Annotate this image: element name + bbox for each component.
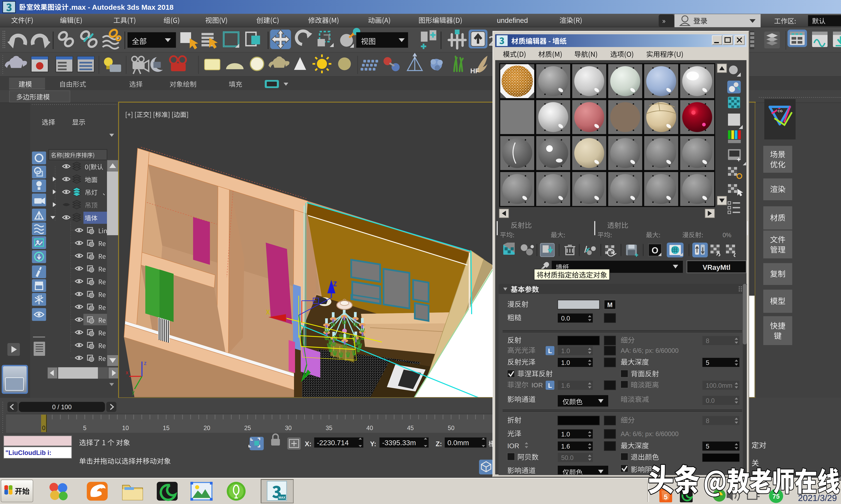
svg-text:5: 5 [664, 493, 668, 501]
svg-text:0.0: 0.0 [561, 315, 570, 322]
svg-text:45: 45 [407, 425, 414, 431]
svg-text:MAX: MAX [278, 496, 285, 499]
svg-text:-2230.714: -2230.714 [317, 439, 349, 447]
svg-text:1.6: 1.6 [561, 443, 570, 450]
svg-text:40: 40 [366, 425, 373, 431]
svg-text:25: 25 [244, 425, 251, 431]
svg-text:IOR: IOR [507, 442, 519, 450]
svg-text:5: 5 [706, 359, 709, 366]
svg-text:X:: X: [305, 440, 311, 448]
svg-text:AA: 6/6; px: 6/60000: AA: 6/6; px: 6/60000 [621, 347, 679, 354]
svg-text:AA: 6/6; px: 6/60000: AA: 6/6; px: 6/60000 [621, 430, 679, 437]
svg-text:L: L [548, 382, 552, 389]
svg-text:5: 5 [83, 425, 86, 431]
svg-text:Z:: Z: [436, 440, 442, 448]
svg-text:0: 0 [42, 425, 46, 431]
svg-text:8: 8 [706, 337, 709, 344]
svg-text:M: M [607, 301, 613, 308]
svg-text:10: 10 [122, 425, 129, 431]
svg-text:CG: CG [777, 109, 783, 113]
svg-text:50.0: 50.0 [561, 454, 573, 461]
svg-text:L: L [548, 347, 552, 355]
svg-text:O: O [652, 246, 658, 255]
svg-text:IOR: IOR [532, 382, 543, 389]
svg-text:1.0: 1.0 [561, 431, 570, 438]
svg-text:1.0: 1.0 [561, 347, 570, 355]
svg-text:VRayMtl: VRayMtl [703, 264, 731, 271]
svg-text:1.6: 1.6 [561, 382, 570, 389]
svg-text:100.0mm: 100.0mm [706, 382, 732, 389]
svg-text:HF: HF [470, 67, 479, 75]
svg-text:0%: 0% [723, 232, 731, 238]
svg-text:5: 5 [706, 443, 709, 450]
svg-text:.max - Autodesk 3ds Max 2018: .max - Autodesk 3ds Max 2018 [69, 3, 174, 11]
svg-text:1.0: 1.0 [561, 359, 570, 366]
svg-text:"LiuCloudLib i:: "LiuCloudLib i: [5, 449, 51, 456]
svg-text:Y:: Y: [370, 440, 376, 448]
svg-text:35: 35 [326, 425, 332, 431]
svg-text:0.0: 0.0 [706, 397, 715, 404]
svg-text:2021/3/29: 2021/3/29 [798, 493, 837, 503]
svg-text:0.0mm: 0.0mm [447, 439, 469, 447]
svg-text:8: 8 [706, 417, 709, 425]
svg-text:undefined: undefined [497, 16, 528, 24]
svg-text:15: 15 [163, 425, 170, 431]
svg-text:-3395.33m: -3395.33m [382, 439, 416, 447]
svg-text:50: 50 [448, 425, 454, 431]
svg-text:30: 30 [285, 425, 292, 431]
svg-text:0 / 100: 0 / 100 [52, 403, 72, 411]
svg-text:20: 20 [204, 425, 210, 431]
